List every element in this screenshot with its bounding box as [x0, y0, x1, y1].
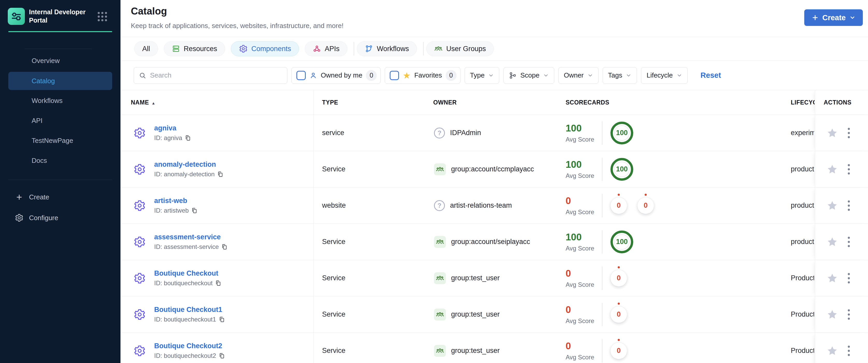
entity-name-link[interactable]: Boutique Checkout2 — [154, 342, 222, 350]
entity-name-link[interactable]: Boutique Checkout — [154, 269, 218, 277]
favorite-star-icon[interactable] — [827, 236, 838, 248]
group-icon — [434, 345, 446, 357]
tab-user-groups[interactable]: User Groups — [426, 41, 494, 56]
kebab-menu-icon[interactable] — [847, 308, 851, 321]
avg-score-cell: 100Avg Score — [566, 224, 594, 260]
favorite-star-icon[interactable] — [827, 345, 838, 357]
entity-name-link[interactable]: Boutique Checkout1 — [154, 306, 222, 313]
copy-icon[interactable] — [191, 207, 197, 214]
copy-icon[interactable] — [219, 353, 225, 359]
copy-icon[interactable] — [217, 171, 223, 177]
tab-label: User Groups — [446, 45, 486, 53]
dropdown-tags[interactable]: Tags — [603, 67, 637, 84]
sidebar-item-testnewpage[interactable]: TestNewPage — [0, 131, 121, 151]
entity-id: ID: assessment-service — [154, 243, 227, 250]
sidebar-configure-label: Configure — [29, 214, 58, 222]
sidebar-item-overview[interactable]: Overview — [0, 51, 121, 71]
sidebar: Internal Developer Portal OverviewCatalo… — [0, 0, 121, 363]
dropdown-label: Type — [470, 71, 485, 79]
owner-label: IDPAdmin — [450, 129, 481, 137]
sidebar-item-api[interactable]: API — [0, 111, 121, 131]
column-header-scorecards[interactable]: SCORECARDS — [566, 90, 610, 115]
sidebar-item-workflows[interactable]: Workflows — [0, 91, 121, 111]
scorecard-rings: 00 — [611, 187, 654, 223]
dropdown-lifecycle[interactable]: Lifecycle — [641, 67, 687, 84]
sidebar-item-catalog[interactable]: Catalog — [8, 72, 112, 90]
owned-by-me-count: 0 — [366, 70, 377, 81]
search-input[interactable] — [150, 71, 282, 79]
kebab-menu-icon[interactable] — [847, 127, 851, 139]
reset-filters-link[interactable]: Reset — [701, 71, 721, 80]
favorite-star-icon[interactable] — [827, 163, 838, 175]
name-cell: Boutique CheckoutID: boutiquecheckout — [133, 260, 221, 296]
kebab-menu-icon[interactable] — [847, 272, 851, 284]
avg-score-label: Avg Score — [566, 172, 594, 179]
tab-apis[interactable]: APIs — [305, 41, 347, 56]
kebab-menu-icon[interactable] — [847, 236, 851, 248]
column-header-name[interactable]: NAME▲ — [131, 90, 155, 115]
chevron-down-icon — [849, 14, 856, 21]
favorite-star-icon[interactable] — [827, 309, 838, 320]
copy-icon[interactable] — [219, 316, 225, 323]
main-content: Catalog Keep track of applications, serv… — [121, 0, 868, 363]
entity-name-link[interactable]: assessment-service — [154, 233, 221, 241]
workflows-icon — [365, 44, 373, 53]
owned-by-me-checkbox[interactable] — [297, 71, 306, 80]
brand-title: Internal Developer Portal — [29, 8, 94, 24]
column-header-lifecycle[interactable]: LIFECYCLE — [791, 90, 815, 115]
sidebar-item-create[interactable]: + Create — [0, 187, 121, 207]
scorecard-divider — [602, 303, 602, 326]
kebab-menu-icon[interactable] — [847, 163, 851, 176]
name-cell: artist-webID: artistweb — [133, 187, 197, 223]
dropdown-label: Tags — [608, 71, 622, 79]
owned-by-me-filter[interactable]: Owned by me 0 — [291, 67, 381, 84]
copy-icon[interactable] — [215, 280, 221, 286]
tab-workflows[interactable]: Workflows — [357, 41, 417, 56]
favorite-star-icon[interactable] — [827, 127, 838, 139]
type-cell: service — [322, 115, 344, 151]
entity-name-link[interactable]: anomaly-detection — [154, 160, 216, 168]
scorecard-divider — [602, 194, 602, 217]
scorecard-divider — [602, 339, 602, 362]
tab-components[interactable]: Components — [231, 41, 299, 56]
owned-by-me-label: Owned by me — [321, 71, 362, 79]
tab-divider — [423, 42, 424, 56]
dropdown-scope[interactable]: Scope — [503, 67, 554, 84]
scope-icon — [509, 71, 517, 79]
owner-label: artist-relations-team — [450, 202, 512, 210]
dropdown-type[interactable]: Type — [465, 67, 499, 84]
dropdown-owner[interactable]: Owner — [558, 67, 598, 84]
group-icon — [434, 236, 446, 248]
search-icon — [138, 71, 146, 79]
name-cell: agnivaID: agniva — [133, 115, 191, 151]
sidebar-item-docs[interactable]: Docs — [0, 151, 121, 171]
lifecycle-cell: production — [791, 187, 814, 223]
copy-icon[interactable] — [185, 135, 191, 141]
create-button[interactable]: Create — [804, 9, 863, 26]
tab-resources[interactable]: Resources — [164, 41, 225, 56]
favorites-filter[interactable]: ★ Favorites 0 — [385, 67, 460, 84]
component-gear-icon — [133, 163, 146, 176]
user-groups-icon — [434, 44, 442, 53]
tab-all[interactable]: All — [134, 41, 158, 56]
chevron-down-icon — [543, 72, 549, 78]
kebab-menu-icon[interactable] — [847, 344, 851, 357]
sidebar-item-configure[interactable]: Configure — [0, 207, 121, 228]
favorite-star-icon[interactable] — [827, 273, 838, 284]
owner-cell: ?IDPAdmin — [434, 115, 481, 151]
column-header-owner[interactable]: OWNER — [433, 90, 457, 115]
chevron-down-icon — [488, 72, 494, 78]
favorites-checkbox[interactable] — [390, 71, 399, 80]
entity-name-link[interactable]: agniva — [154, 124, 177, 132]
gear-icon — [14, 213, 24, 222]
column-header-type[interactable]: TYPE — [322, 90, 338, 115]
plus-icon — [811, 14, 819, 21]
favorite-star-icon[interactable] — [827, 200, 838, 211]
apps-grid-icon[interactable] — [98, 12, 107, 21]
table-body: agnivaID: agnivaservice?IDPAdmin100Avg S… — [121, 115, 868, 363]
sidebar-create-label: Create — [29, 193, 49, 201]
copy-icon[interactable] — [221, 244, 227, 250]
kebab-menu-icon[interactable] — [847, 200, 851, 212]
entity-name-link[interactable]: artist-web — [154, 197, 187, 205]
tab-label: Workflows — [377, 45, 409, 53]
